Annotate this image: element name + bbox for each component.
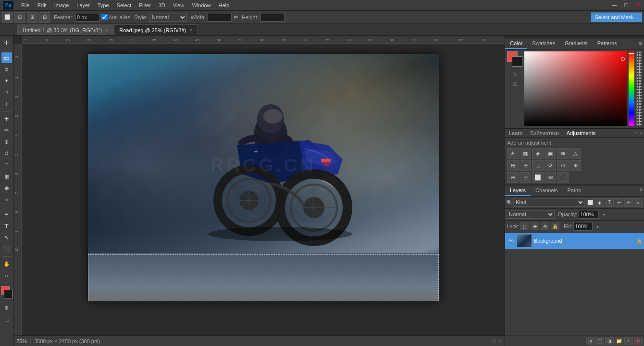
opacity-arrow[interactable]: ▾ <box>600 211 607 218</box>
status-arrow-right[interactable]: ▷ <box>498 338 502 344</box>
tool-option-2[interactable]: ⊡ <box>14 12 25 23</box>
color-spectrum[interactable] <box>524 51 627 126</box>
tab-swatches[interactable]: Swatches <box>527 38 560 49</box>
canvas-wrapper[interactable]: RRCG.CN + <box>22 44 505 335</box>
tab-adjustments[interactable]: Adjustments <box>563 129 600 137</box>
tool-crop[interactable]: ⌗ <box>1 87 12 98</box>
feather-input[interactable] <box>75 13 99 22</box>
menu-filter[interactable]: Filter <box>139 2 150 8</box>
layers-filter-adjustment[interactable]: ◈ <box>595 198 604 207</box>
adj-exposure[interactable]: ▣ <box>545 148 556 159</box>
adj-invert[interactable]: ⊞ <box>570 160 581 171</box>
tool-marquee[interactable]: ▭ <box>1 52 12 63</box>
width-input[interactable] <box>208 13 232 22</box>
tab-learn[interactable]: Learn <box>505 129 526 137</box>
tab-1-close[interactable]: ✕ <box>105 28 109 33</box>
tool-pen[interactable]: ✒ <box>1 209 12 220</box>
adj-bw[interactable]: ⊟ <box>520 160 531 171</box>
alpha-bar[interactable] <box>636 51 642 126</box>
lock-artboards[interactable]: ⊕ <box>541 222 549 230</box>
tab-2-close[interactable]: ✕ <box>189 28 193 33</box>
layer-new-btn[interactable]: + <box>624 337 633 345</box>
background-color[interactable] <box>4 290 12 298</box>
tool-eraser[interactable]: ◻ <box>1 160 12 170</box>
restore-btn[interactable]: □ <box>624 1 628 9</box>
blend-mode-select[interactable]: Normal <box>507 210 555 219</box>
tool-dodge[interactable]: ○ <box>1 194 12 205</box>
tool-extra2[interactable]: ⬚ <box>1 314 12 324</box>
menu-3d[interactable]: 3D <box>159 2 165 8</box>
layers-kind-select[interactable]: Kind <box>513 198 585 207</box>
layer-mask-btn[interactable]: ⬚ <box>595 337 604 345</box>
layer-adj-btn[interactable]: ◑ <box>605 337 614 345</box>
menu-help[interactable]: Help <box>219 2 230 8</box>
menu-window[interactable]: Window <box>192 2 211 8</box>
tool-move[interactable]: ✛ <box>1 37 12 48</box>
adj-channelmix[interactable]: ⟳ <box>545 160 556 171</box>
tool-option-1[interactable]: ⬜ <box>2 12 12 23</box>
adj-photofilter[interactable]: ⬚ <box>532 160 544 171</box>
layers-filter-type[interactable]: T <box>605 198 614 207</box>
layers-panel-menu[interactable]: ≡ <box>638 185 644 196</box>
opacity-input[interactable] <box>579 210 599 219</box>
tool-option-4[interactable]: ⊟ <box>39 12 50 23</box>
tool-option-3[interactable]: ⊞ <box>27 12 37 23</box>
tool-healing[interactable]: ✚ <box>1 113 12 124</box>
menu-view[interactable]: View <box>173 2 185 8</box>
tool-hand[interactable]: ✋ <box>1 259 12 269</box>
layer-visibility-eye[interactable]: 👁 <box>507 237 515 245</box>
tab-libraries[interactable]: Библиотеки <box>526 129 563 137</box>
tool-lasso[interactable]: ⊂ <box>1 64 12 74</box>
canvas-area[interactable]: 5 10 15 20 25 30 35 40 45 50 55 60 65 70… <box>13 36 505 346</box>
minimize-btn[interactable]: ─ <box>612 1 617 9</box>
layers-filter-shape[interactable]: ✒ <box>615 198 623 207</box>
tool-type[interactable]: T <box>1 221 12 231</box>
adj-huesat[interactable]: △ <box>570 148 581 159</box>
status-arrow-left[interactable]: ◁ <box>491 338 495 344</box>
adj-panel-collapse[interactable]: « <box>638 129 644 137</box>
adj-levels[interactable]: ▦ <box>520 148 531 159</box>
tool-gradient[interactable]: ▦ <box>1 171 12 182</box>
tool-zoom[interactable]: ⌕ <box>1 270 12 281</box>
height-input[interactable] <box>260 13 285 22</box>
background-layer-item[interactable]: 👁 Background 🔒 <box>505 233 644 249</box>
bg-color-swatch[interactable] <box>512 56 522 67</box>
tab-color[interactable]: Color <box>505 38 527 49</box>
document-tab-2[interactable]: Road.jpeg @ 25% (RGB/8#) ✕ <box>114 25 198 35</box>
tab-channels[interactable]: Channels <box>531 185 562 196</box>
menu-image[interactable]: Image <box>54 2 69 8</box>
tool-history[interactable]: ↺ <box>1 148 12 159</box>
menu-select[interactable]: Select <box>117 2 132 8</box>
tool-extra[interactable]: ⊛ <box>1 302 12 313</box>
layers-filter-toggle[interactable]: ● <box>634 198 643 207</box>
tool-blur[interactable]: ◉ <box>1 183 12 193</box>
tool-quick-select[interactable]: ✦ <box>1 75 12 86</box>
adj-gradient-map[interactable]: ⬜ <box>532 172 544 183</box>
tab-layers[interactable]: Layers <box>505 185 531 196</box>
select-mask-button[interactable]: Select and Mask... <box>591 12 643 22</box>
adj-curves[interactable]: ◈ <box>532 148 544 159</box>
tool-clone[interactable]: ⊕ <box>1 136 12 147</box>
layers-filter-pixel[interactable]: ⬜ <box>586 198 594 207</box>
fill-input[interactable] <box>573 222 593 231</box>
hue-bar[interactable] <box>629 51 634 126</box>
tab-gradients[interactable]: Gradients <box>560 38 593 49</box>
adj-solid-color[interactable]: ⬛ <box>557 172 569 183</box>
adj-colorlookup[interactable]: ⊙ <box>557 160 569 171</box>
lock-pixels[interactable]: ⬚ <box>520 222 529 230</box>
layers-filter-smart[interactable]: ⊙ <box>624 198 633 207</box>
style-select[interactable]: Normal Fixed Ratio Fixed Size <box>149 13 187 22</box>
layer-delete-btn[interactable]: 🗑 <box>634 337 643 345</box>
tool-brush[interactable]: ✏ <box>1 125 12 136</box>
menu-edit[interactable]: Edit <box>37 2 47 8</box>
adj-brightness[interactable]: ☀ <box>507 148 519 159</box>
document-tab-1[interactable]: Untitled-1 @ 33.3% (BG, RGB/8*) ✕ <box>17 25 114 35</box>
layer-group-btn[interactable]: 📁 <box>615 337 623 345</box>
tab-paths[interactable]: Paths <box>563 185 586 196</box>
tool-shape[interactable]: ⬛ <box>1 244 12 254</box>
adj-posterize[interactable]: ⊕ <box>507 172 519 183</box>
adj-threshold[interactable]: ⊡ <box>520 172 531 183</box>
lock-all[interactable]: 🔒 <box>551 222 559 230</box>
color-mode-btn2[interactable]: △ <box>511 79 519 87</box>
color-panel-menu[interactable]: ≡ <box>637 38 644 49</box>
